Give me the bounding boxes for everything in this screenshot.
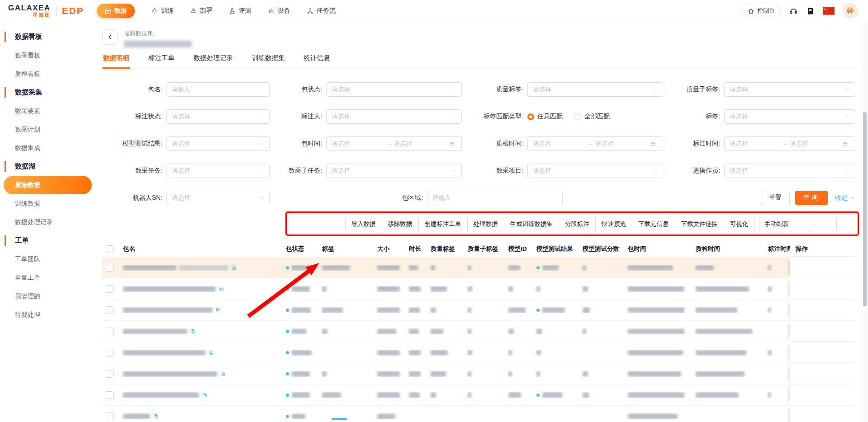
- row-checkbox[interactable]: [106, 264, 114, 272]
- sidebar-item-4[interactable]: 数采要素: [0, 102, 93, 120]
- sidebar-item-14[interactable]: 我管理的: [0, 287, 93, 305]
- logo-text-en: GALAXEA: [8, 4, 51, 12]
- nav-item-2[interactable]: 部署: [190, 7, 213, 15]
- table-row-0[interactable]: [102, 257, 855, 278]
- redacted-text: [377, 307, 400, 313]
- filter-input[interactable]: 请输入: [427, 191, 563, 205]
- table-row-2[interactable]: [102, 300, 855, 321]
- filter-select[interactable]: 请选择: [724, 82, 855, 97]
- toolbar-button-3[interactable]: 处理数据: [467, 217, 504, 231]
- table-row-4[interactable]: [102, 342, 855, 363]
- sidebar-item-9[interactable]: 训练数据: [0, 194, 93, 213]
- filter-input[interactable]: 请输入: [166, 82, 270, 97]
- redacted-text: [123, 328, 187, 334]
- nav-item-1[interactable]: 训练: [151, 7, 174, 15]
- tab-3[interactable]: 训练数据集: [251, 51, 286, 68]
- filter-select[interactable]: 请选择: [326, 82, 462, 97]
- collapse-link[interactable]: 收起: [835, 194, 855, 202]
- filter-select[interactable]: 请选择: [527, 82, 663, 97]
- user-avatar[interactable]: 钟: [843, 3, 858, 19]
- column-header-status: 包状态: [282, 245, 318, 253]
- filter-select[interactable]: 请选择: [166, 136, 270, 151]
- vertical-scrollbar[interactable]: [862, 22, 868, 422]
- filter-daterange[interactable]: 请选择请选择: [724, 136, 855, 151]
- redacted-text: [468, 350, 472, 356]
- toolbar-button-9[interactable]: 可视化: [724, 217, 755, 231]
- console-button[interactable]: 控制台: [741, 4, 781, 18]
- search-button[interactable]: 查询: [795, 191, 828, 205]
- row-checkbox[interactable]: [106, 285, 114, 293]
- language-flag-icon[interactable]: [823, 7, 835, 15]
- tab-4[interactable]: 统计信息: [303, 51, 331, 68]
- radio-option-1[interactable]: 全部匹配: [574, 113, 610, 121]
- tab-0[interactable]: 数据明细: [102, 51, 130, 68]
- filter-select[interactable]: 请选择: [724, 164, 855, 178]
- cell-qsl: [464, 265, 505, 271]
- radio-option-0[interactable]: 任意匹配: [527, 113, 563, 121]
- toolbar-button-0[interactable]: 导入数据: [345, 217, 382, 231]
- row-checkbox[interactable]: [106, 413, 114, 420]
- sidebar-item-5[interactable]: 数采计划: [0, 120, 93, 139]
- cell-mres: [533, 307, 579, 313]
- nav-item-0[interactable]: 数据: [97, 4, 135, 18]
- copy-icon[interactable]: [231, 265, 237, 271]
- copy-icon[interactable]: [153, 413, 159, 419]
- copy-icon[interactable]: [190, 328, 196, 334]
- nav-item-3[interactable]: 评测: [229, 7, 251, 15]
- copy-icon[interactable]: [215, 307, 221, 313]
- filter-select[interactable]: 请选择: [166, 191, 270, 205]
- row-checkbox[interactable]: [106, 349, 114, 356]
- tab-1[interactable]: 标注工单: [147, 51, 175, 68]
- table-row-3[interactable]: [102, 321, 855, 342]
- sidebar-item-15[interactable]: 待我处理: [0, 305, 93, 324]
- reset-button[interactable]: 重置: [761, 191, 790, 205]
- sidebar-item-12[interactable]: 工单团队: [0, 250, 93, 268]
- select-all-checkbox[interactable]: [106, 245, 114, 253]
- sidebar-item-6[interactable]: 数据集成: [0, 139, 93, 157]
- redacted-text: [696, 265, 714, 271]
- sidebar-item-1[interactable]: 数采看板: [0, 46, 93, 65]
- table-row-7[interactable]: [102, 406, 855, 422]
- nav-item-4[interactable]: 设备: [268, 7, 290, 15]
- filter-select[interactable]: 请选择: [166, 109, 270, 124]
- redacted-text: [696, 307, 737, 313]
- refresh-mode-select[interactable]: 手动刷新: [759, 217, 837, 231]
- toolbar-button-2[interactable]: 创建标注工单: [418, 217, 468, 231]
- table-row-1[interactable]: [102, 278, 855, 300]
- sidebar-item-8[interactable]: 原始数据: [4, 176, 92, 194]
- row-checkbox[interactable]: [106, 370, 114, 378]
- row-checkbox[interactable]: [106, 391, 114, 399]
- toolbar-button-5[interactable]: 分段标注: [559, 217, 596, 231]
- manual-icon[interactable]: [806, 7, 815, 15]
- row-checkbox[interactable]: [106, 306, 114, 314]
- copy-icon[interactable]: [218, 286, 224, 292]
- filter-select[interactable]: 请选择: [166, 164, 270, 178]
- copy-icon[interactable]: [202, 392, 208, 398]
- sidebar-item-2[interactable]: 质检看板: [0, 65, 93, 83]
- toolbar-button-4[interactable]: 生成训练数据集: [504, 217, 560, 231]
- nav-item-5[interactable]: 任务流: [307, 7, 336, 15]
- horizontal-scrollbar-fragment[interactable]: [332, 418, 347, 420]
- tab-2[interactable]: 数据处理记录: [193, 51, 234, 68]
- copy-icon[interactable]: [220, 371, 226, 377]
- filter-select[interactable]: 请选择: [527, 164, 663, 178]
- toolbar-button-1[interactable]: 移除数据: [382, 217, 419, 231]
- redacted-text: [768, 392, 771, 398]
- sidebar-item-13[interactable]: 全量工单: [0, 268, 93, 287]
- filter-select[interactable]: 请选择: [724, 109, 855, 124]
- scrollbar-thumb[interactable]: [863, 112, 867, 306]
- filter-select[interactable]: 请选择: [326, 164, 462, 178]
- sidebar-item-10[interactable]: 数据处理记录: [0, 213, 93, 231]
- toolbar-button-8[interactable]: 下载文件链接: [675, 217, 724, 231]
- headset-icon[interactable]: [789, 7, 798, 15]
- toolbar-button-6[interactable]: 快速预览: [595, 217, 632, 231]
- row-checkbox[interactable]: [106, 328, 114, 335]
- filter-daterange[interactable]: 请选择请选择: [326, 136, 462, 151]
- copy-icon[interactable]: [208, 350, 214, 356]
- back-button[interactable]: [102, 29, 118, 45]
- toolbar-button-7[interactable]: 下载元信息: [632, 217, 675, 231]
- table-row-6[interactable]: [102, 384, 855, 406]
- filter-daterange[interactable]: 请选择请选择: [527, 136, 663, 151]
- table-row-5[interactable]: [102, 363, 855, 384]
- filter-select[interactable]: 请选择: [326, 109, 462, 124]
